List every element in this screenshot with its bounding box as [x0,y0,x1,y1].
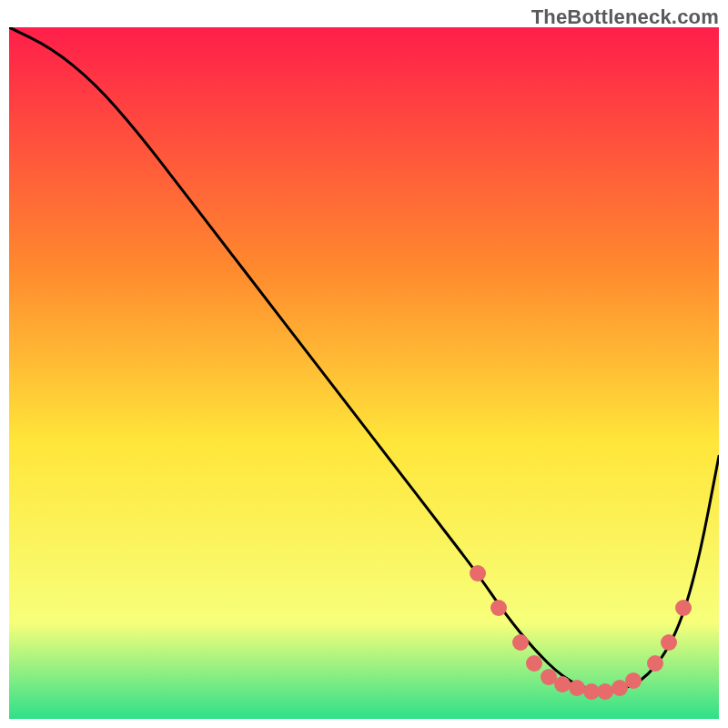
curve-dot [647,655,663,672]
curve-dot [490,600,507,616]
curve-dot [470,565,486,581]
plot-area [9,27,719,719]
curve-dot [512,634,529,651]
curve-dot [625,672,642,689]
curve-dot [526,655,542,672]
curve-dot [675,600,692,616]
dots-layer [9,27,719,719]
attribution-text: TheBottleneck.com [531,5,719,29]
curve-dot [661,634,677,651]
